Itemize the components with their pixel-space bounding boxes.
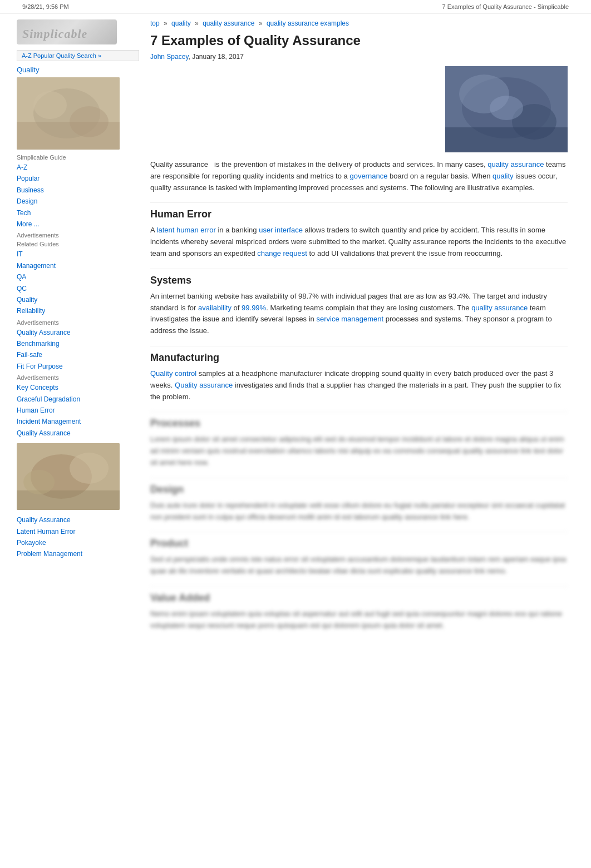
breadcrumb-sep2: » [195,19,199,27]
sidebar-ads-human-error[interactable]: Human Error [17,405,139,416]
article-intro: Quality assurance is the prevention of m… [150,159,568,194]
section-body-manufacturing: Quality control samples at a headphone m… [150,368,568,403]
sidebar-ads-fit-for-purpose[interactable]: Fit For Purpose [17,361,139,372]
svg-rect-5 [17,122,120,150]
section-body-systems: An internet banking website has availabi… [150,291,568,337]
svg-point-4 [70,106,109,137]
footer-space [150,637,568,704]
sidebar-ads-key-concepts[interactable]: Key Concepts [17,382,139,393]
sidebar-related-reliability[interactable]: Reliability [17,305,139,316]
link-qa-manufacturing[interactable]: Quality assurance [175,381,233,389]
sidebar-bottom-quality-assurance[interactable]: Quality Assurance [17,514,139,525]
sidebar-image-top [17,77,120,150]
section-heading-manufacturing: Manufacturing [150,346,568,364]
intro-link-quality[interactable]: quality [493,172,514,180]
top-bar: 9/28/21, 9:56 PM 7 Examples of Quality A… [0,0,591,14]
breadcrumb-quality[interactable]: quality [171,19,191,27]
guide-label: Simplicable Guide [17,154,139,161]
intro-link-governance[interactable]: governance [349,172,387,180]
sidebar-related-qa[interactable]: QA [17,271,139,282]
author-date: , January 18, 2017 [189,53,244,61]
page-wrapper: Simplicable A-Z Popular Quality Search »… [0,14,591,710]
sidebar-nav-az[interactable]: A-Z [17,162,139,173]
az-search-link[interactable]: A-Z Popular Quality Search » [17,50,139,61]
svg-rect-1 [17,77,120,150]
sidebar: Simplicable A-Z Popular Quality Search »… [17,19,139,704]
svg-point-2 [33,88,100,138]
article-title: 7 Examples of Quality Assurance [150,33,568,48]
link-user-interface[interactable]: user interface [259,226,303,234]
link-availability[interactable]: availability [198,304,232,312]
section-body-human-error: A latent human error in a banking user i… [150,225,568,259]
sidebar-nav-business[interactable]: Business [17,185,139,196]
sidebar-nav-popular[interactable]: Popular [17,173,139,184]
svg-point-16 [490,96,523,120]
link-9999[interactable]: 99.99% [242,304,266,312]
breadcrumb: top » quality » quality assurance » qual… [150,19,568,27]
quality-main-link[interactable]: Quality [17,66,139,74]
sidebar-image-bottom [17,443,120,510]
sidebar-related-management[interactable]: Management [17,260,139,271]
ads-label-1: Advertisements [17,232,139,239]
sidebar-nav-tech[interactable]: Tech [17,207,139,219]
svg-rect-9 [17,490,120,510]
article-hero-image [445,66,568,152]
datetime: 9/28/21, 9:56 PM [22,3,69,10]
related-guides-label: Related Guides [17,241,139,247]
breadcrumb-sep1: » [164,19,168,27]
breadcrumb-top[interactable]: top [150,19,160,27]
blurred-section-processes: Processes Lorem ipsum dolor sit amet con… [150,411,568,468]
svg-rect-15 [445,127,568,152]
blurred-section-product: Product Sed ut perspiciatis unde omnis i… [150,532,568,577]
sidebar-nav-more[interactable]: More ... [17,219,139,230]
sidebar-bottom-pokayoke[interactable]: Pokayoke [17,537,139,548]
sidebar-ads-quality-assurance2[interactable]: Quality Assurance [17,428,139,439]
svg-text:Simplicable: Simplicable [22,27,87,41]
link-qa-systems[interactable]: quality assurance [471,304,528,312]
ads-label-3: Advertisements [17,374,139,381]
breadcrumb-current[interactable]: quality assurance examples [267,19,349,27]
blurred-section-design: Design Duis aute irure dolor in reprehen… [150,478,568,523]
link-service-management[interactable]: service management [316,315,383,323]
breadcrumb-quality-assurance[interactable]: quality assurance [203,19,254,27]
section-heading-systems: Systems [150,269,568,286]
intro-link-qa[interactable]: quality assurance [487,160,544,168]
sidebar-ads-benchmarking[interactable]: Benchmarking [17,338,139,349]
svg-point-3 [33,91,67,119]
author-link[interactable]: John Spacey [150,53,189,61]
sidebar-related-qc[interactable]: QC [17,283,139,294]
main-content: top » quality » quality assurance » qual… [150,19,568,704]
sidebar-ads-quality-assurance[interactable]: Quality Assurance [17,327,139,338]
sidebar-ads-fail-safe[interactable]: Fail-safe [17,349,139,360]
sidebar-related-it[interactable]: IT [17,249,139,260]
site-logo[interactable]: Simplicable [17,19,117,44]
svg-point-10 [23,470,55,494]
page-title-tab: 7 Examples of Quality Assurance - Simpli… [442,3,569,10]
link-quality-control[interactable]: Quality control [150,369,196,378]
sidebar-ads-incident-management[interactable]: Incident Management [17,416,139,427]
sidebar-nav-design[interactable]: Design [17,196,139,207]
sidebar-ads-graceful-degradation[interactable]: Graceful Degradation [17,394,139,405]
article-author: John Spacey, January 18, 2017 [150,53,568,61]
link-change-request[interactable]: change request [257,249,307,257]
ads-label-2: Advertisements [17,319,139,326]
blurred-section-value-added: Value Added Nemo enim ipsam voluptatem q… [150,586,568,632]
breadcrumb-sep3: » [259,19,263,27]
section-heading-human-error: Human Error [150,202,568,220]
sidebar-bottom-problem-management[interactable]: Problem Management [17,548,139,559]
sidebar-bottom-latent-human-error[interactable]: Latent Human Error [17,526,139,537]
svg-point-8 [70,453,109,484]
link-latent-human-error[interactable]: latent human error [157,226,216,234]
sidebar-related-quality[interactable]: Quality [17,294,139,305]
